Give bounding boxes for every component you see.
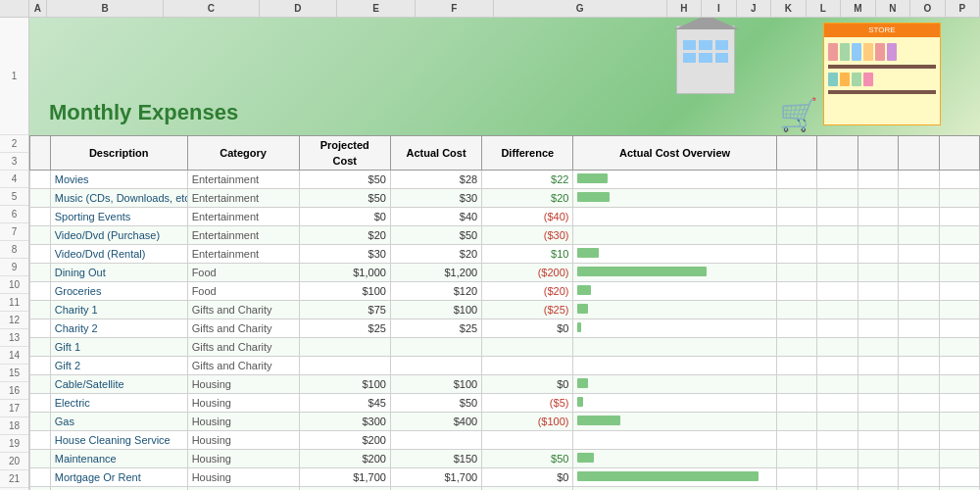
- difference-cell: ($20): [482, 282, 573, 301]
- row-num-cell: [30, 301, 51, 319]
- difference-cell: $50: [482, 450, 573, 468]
- col-header-l: L: [807, 0, 841, 17]
- row-numbers: 1 2 3 4 5 6 7 8 9 10 11 12 13 14 15 16 1…: [0, 18, 29, 490]
- empty-i: [817, 487, 858, 491]
- empty-h: [776, 189, 816, 208]
- row-num-16: 16: [0, 382, 28, 400]
- bar-cell: [573, 282, 776, 301]
- category-cell: Housing: [187, 468, 299, 487]
- header-description: Description: [50, 136, 187, 171]
- category-cell: Food: [187, 282, 299, 301]
- column-header-row: A B C D E F G H I J K L M N O P: [0, 0, 980, 18]
- description-cell: Electric: [50, 394, 187, 413]
- difference-cell: ($200): [482, 264, 573, 282]
- projected-cost-cell: $50: [299, 171, 390, 189]
- category-cell: Gifts and Charity: [187, 338, 299, 357]
- projected-cost-cell: $0: [299, 208, 390, 226]
- category-cell: Entertainment: [187, 171, 299, 189]
- description-cell: Gift 2: [50, 357, 187, 375]
- bar-cell: [573, 413, 776, 431]
- empty-j: [858, 468, 898, 487]
- cost-bar: [577, 322, 580, 332]
- projected-cost-cell: $75: [299, 301, 390, 319]
- building-decoration: [676, 25, 735, 94]
- difference-cell: [482, 357, 573, 375]
- grid: 1 2 3 4 5 6 7 8 9 10 11 12 13 14 15 16 1…: [0, 18, 980, 490]
- difference-cell: ($5): [482, 394, 573, 413]
- row-num-7: 7: [0, 223, 28, 241]
- row-num-cell: [30, 171, 51, 189]
- row-num-cell: [30, 394, 51, 413]
- col-header-c: C: [164, 0, 259, 17]
- actual-cost-cell: $30: [390, 189, 481, 208]
- empty-j: [858, 282, 898, 301]
- bar-cell: [573, 208, 776, 226]
- difference-cell: $22: [482, 171, 573, 189]
- table-row: Groceries Food $100 $120 ($20): [30, 282, 980, 301]
- empty-i: [817, 357, 858, 375]
- empty-l: [939, 394, 980, 413]
- row-num-cell: [30, 189, 51, 208]
- empty-i: [817, 431, 858, 450]
- category-cell: Gifts and Charity: [187, 319, 299, 338]
- empty-i: [817, 450, 858, 468]
- empty-i: [817, 189, 858, 208]
- col-header-p: P: [946, 0, 980, 17]
- actual-cost-cell: $50: [390, 394, 481, 413]
- empty-k: [899, 319, 939, 338]
- description-cell: Charity 1: [50, 301, 187, 319]
- empty-k: [899, 189, 939, 208]
- empty-k: [899, 171, 939, 189]
- row-num-8: 8: [0, 241, 28, 259]
- difference-cell: [482, 487, 573, 491]
- header-actual-overview: Actual Cost Overview: [573, 136, 776, 171]
- actual-cost-cell: $25: [390, 319, 481, 338]
- category-cell: Entertainment: [187, 245, 299, 264]
- table-row: Mortgage Or Rent Housing $1,700 $1,700 $…: [30, 468, 980, 487]
- empty-j: [858, 208, 898, 226]
- actual-cost-cell: $120: [390, 282, 481, 301]
- bar-cell: [573, 189, 776, 208]
- col-header-h: H: [667, 0, 702, 17]
- row-num-10: 10: [0, 276, 28, 294]
- table-row: Music (CDs, Downloads, etc.) Entertainme…: [30, 189, 980, 208]
- bar-cell: [573, 487, 776, 491]
- cost-bar: [577, 285, 590, 295]
- empty-l: [939, 450, 980, 468]
- cost-bar: [577, 471, 759, 481]
- row-num-17: 17: [0, 400, 28, 417]
- empty-l: [939, 468, 980, 487]
- row-num-cell: [30, 282, 51, 301]
- banner-title: Monthly Expenses: [49, 100, 238, 125]
- row-num-cell: [30, 226, 51, 245]
- empty-h: [776, 226, 816, 245]
- empty-l: [939, 413, 980, 431]
- category-cell: Housing: [187, 431, 299, 450]
- category-cell: Housing: [187, 487, 299, 491]
- empty-i: [817, 468, 858, 487]
- projected-cost-cell: $1,700: [299, 468, 390, 487]
- empty-l: [939, 431, 980, 450]
- empty-k: [899, 245, 939, 264]
- store-decoration: STORE: [823, 23, 941, 125]
- category-cell: Food: [187, 264, 299, 282]
- category-cell: Housing: [187, 394, 299, 413]
- actual-cost-cell: [390, 338, 481, 357]
- cost-bar: [577, 267, 707, 276]
- actual-cost-cell: $1,700: [390, 468, 481, 487]
- empty-i: [817, 208, 858, 226]
- col-header-k: K: [771, 0, 806, 17]
- col-header-f: F: [416, 0, 494, 17]
- bar-cell: [573, 264, 776, 282]
- col-header-m: M: [841, 0, 875, 17]
- bar-cell: [573, 375, 776, 394]
- row-num-13: 13: [0, 329, 28, 347]
- empty-l: [939, 189, 980, 208]
- empty-j: [858, 413, 898, 431]
- cost-bar: [577, 378, 588, 388]
- row-num-cell: [30, 431, 51, 450]
- difference-cell: $20: [482, 189, 573, 208]
- difference-cell: $0: [482, 319, 573, 338]
- cost-bar: [577, 416, 620, 425]
- empty-j: [858, 487, 898, 491]
